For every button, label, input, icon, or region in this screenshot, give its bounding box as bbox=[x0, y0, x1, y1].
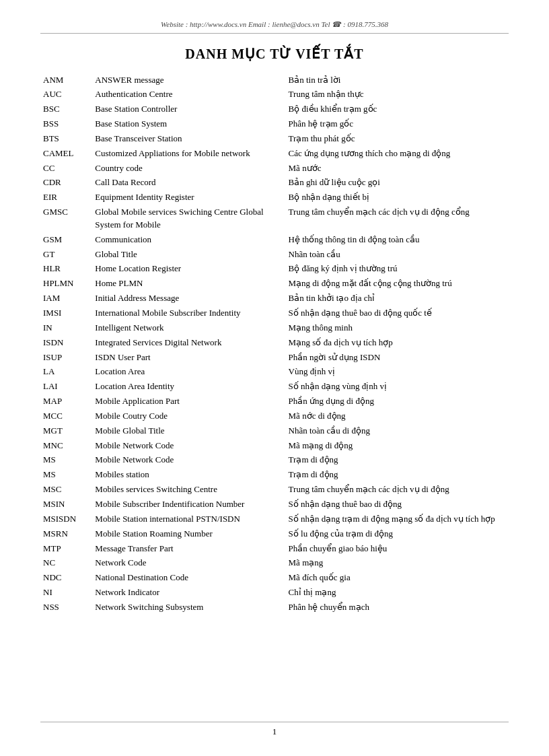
eng-cell: Base Station Controller bbox=[92, 102, 285, 117]
page-title: DANH MỤC TỪ VIẾT TẮT bbox=[40, 46, 509, 62]
abbr-cell: ISDN bbox=[40, 335, 92, 350]
eng-cell: Mobiles station bbox=[92, 468, 285, 483]
page: Website : http://www.docs.vn Email : lie… bbox=[0, 0, 549, 756]
eng-cell: Network Code bbox=[92, 556, 285, 571]
abbr-cell: MS bbox=[40, 468, 92, 483]
abbr-cell: GT bbox=[40, 247, 92, 262]
viet-cell: Mạng di động mặt đất cộng cộng thường tr… bbox=[286, 277, 509, 291]
table-row: EIREquipment Identity RegisterBộ nhận dạ… bbox=[40, 191, 509, 205]
eng-cell: ANSWER message bbox=[92, 73, 285, 88]
table-row: ISUPISDN User PartPhần ngời sử dụng ISDN bbox=[40, 350, 509, 365]
table-row: MNCMobile Network CodeMã mạng di động bbox=[40, 438, 509, 453]
viet-cell: Mã nớc di động bbox=[286, 409, 509, 423]
abbr-cell: MSRN bbox=[40, 526, 92, 541]
table-row: INIntelligent NetworkMạng thông minh bbox=[40, 320, 509, 335]
table-row: HLRHome Location RegisterBộ đăng ký định… bbox=[40, 262, 509, 277]
eng-cell: International Mobile Subscriber Indentit… bbox=[92, 306, 285, 321]
table-row: NINetwork IndicatorChỉ thị mạng bbox=[40, 586, 509, 600]
table-row: IMSIInternational Mobile Subscriber Inde… bbox=[40, 306, 509, 321]
abbr-cell: MSISDN bbox=[40, 512, 92, 526]
eng-cell: Mobile Station Roaming Number bbox=[92, 526, 285, 541]
eng-cell: Network Switching Subsystem bbox=[92, 600, 285, 615]
viet-cell: Mã nước bbox=[286, 161, 509, 176]
viet-cell: Phân hệ chuyển mạch bbox=[286, 600, 509, 615]
table-row: MSISDNMobile Station international PSTN/… bbox=[40, 512, 509, 526]
table-row: AUCAuthentication CentreTrung tâm nhận t… bbox=[40, 88, 509, 102]
eng-cell: Global Mobile services Swiching Centre G… bbox=[92, 205, 285, 233]
viet-cell: Nhãn toàn cầu bbox=[286, 247, 509, 262]
eng-cell: Country code bbox=[92, 161, 285, 176]
eng-cell: Communication bbox=[92, 232, 285, 247]
abbr-cell: BSC bbox=[40, 102, 92, 117]
eng-cell: Base Station System bbox=[92, 117, 285, 132]
abbr-cell: EIR bbox=[40, 191, 92, 205]
viet-cell: Số nhận dạng thuê bao di động bbox=[286, 497, 509, 512]
abbr-cell: MCC bbox=[40, 409, 92, 423]
abbr-cell: ANM bbox=[40, 73, 92, 88]
table-row: MCCMobile Coutry CodeMã nớc di động bbox=[40, 409, 509, 423]
abbr-cell: MSC bbox=[40, 483, 92, 497]
abbr-cell: NI bbox=[40, 586, 92, 600]
table-row: ISDNIntegrated Services Digital NetworkM… bbox=[40, 335, 509, 350]
viet-cell: Trạm di động bbox=[286, 453, 509, 468]
viet-cell: Phần ngời sử dụng ISDN bbox=[286, 350, 509, 365]
table-row: MSMobile Network CodeTrạm di động bbox=[40, 453, 509, 468]
eng-cell: Home Location Register bbox=[92, 262, 285, 277]
table-row: MSMobiles stationTrạm di động bbox=[40, 468, 509, 483]
viet-cell: Bộ nhận dạng thiết bị bbox=[286, 191, 509, 205]
eng-cell: Mobile Subscriber Indentification Number bbox=[92, 497, 285, 512]
abbr-cell: MAP bbox=[40, 394, 92, 409]
viet-cell: Mạng thông minh bbox=[286, 320, 509, 335]
abbr-cell: MNC bbox=[40, 438, 92, 453]
abbr-cell: NDC bbox=[40, 571, 92, 586]
viet-cell: Bản tin khởi tạo địa chỉ bbox=[286, 291, 509, 306]
abbr-cell: HLR bbox=[40, 262, 92, 277]
abbr-cell: MSIN bbox=[40, 497, 92, 512]
table-row: NCNetwork CodeMã mạng bbox=[40, 556, 509, 571]
table-row: ANMANSWER messageBản tin trả lời bbox=[40, 73, 509, 88]
viet-cell: Bản ghi dữ liệu cuộc gọi bbox=[286, 176, 509, 191]
abbr-cell: NSS bbox=[40, 600, 92, 615]
abbr-cell: CAMEL bbox=[40, 146, 92, 161]
table-row: LAILocation Area IdentitySố nhận dạng vù… bbox=[40, 380, 509, 394]
viet-cell: Trạm thu phát gốc bbox=[286, 131, 509, 146]
viet-cell: Số nhận dạng vùng định vị bbox=[286, 380, 509, 394]
viet-cell: Trung tâm chuyển mạch các dịch vụ di độn… bbox=[286, 483, 509, 497]
abbr-cell: MS bbox=[40, 453, 92, 468]
abbr-cell: AUC bbox=[40, 88, 92, 102]
viet-cell: Số nhận dạng trạm di động mạng số đa dịc… bbox=[286, 512, 509, 526]
viet-cell: Chỉ thị mạng bbox=[286, 586, 509, 600]
table-row: CAMELCustomized Appliations for Mobile n… bbox=[40, 146, 509, 161]
eng-cell: Mobile Application Part bbox=[92, 394, 285, 409]
table-row: BTSBase Transceiver StationTrạm thu phát… bbox=[40, 131, 509, 146]
viet-cell: Mã mạng bbox=[286, 556, 509, 571]
table-row: BSCBase Station ControllerBộ điều khiển … bbox=[40, 102, 509, 117]
abbr-cell: BSS bbox=[40, 117, 92, 132]
table-row: BSSBase Station SystemPhân hệ trạm gốc bbox=[40, 117, 509, 132]
viet-cell: Phần chuyển giao báo hiệu bbox=[286, 541, 509, 556]
viet-cell: Trung tâm chuyển mạch các dịch vụ di độn… bbox=[286, 205, 509, 233]
eng-cell: Mobile Coutry Code bbox=[92, 409, 285, 423]
table-row: GMSCGlobal Mobile services Swiching Cent… bbox=[40, 205, 509, 233]
eng-cell: National Destination Code bbox=[92, 571, 285, 586]
table-row: IAMInitial Address MessageBản tin khởi t… bbox=[40, 291, 509, 306]
abbr-cell: LA bbox=[40, 365, 92, 380]
table-row: GSMCommunicationHệ thống thông tin di độ… bbox=[40, 232, 509, 247]
abbr-cell: CDR bbox=[40, 176, 92, 191]
abbr-cell: GSM bbox=[40, 232, 92, 247]
table-row: MGTMobile Global TitleNhãn toàn cầu di đ… bbox=[40, 423, 509, 438]
page-footer: 1 bbox=[40, 722, 509, 737]
viet-cell: Bản tin trả lời bbox=[286, 73, 509, 88]
eng-cell: ISDN User Part bbox=[92, 350, 285, 365]
eng-cell: Authentication Centre bbox=[92, 88, 285, 102]
abbr-cell: MGT bbox=[40, 423, 92, 438]
abbr-cell: IAM bbox=[40, 291, 92, 306]
table-row: NSSNetwork Switching SubsystemPhân hệ ch… bbox=[40, 600, 509, 615]
abbreviations-table: ANMANSWER messageBản tin trả lờiAUCAuthe… bbox=[40, 73, 509, 615]
table-row: CDRCall Data RecordBản ghi dữ liệu cuộc … bbox=[40, 176, 509, 191]
eng-cell: Equipment Identity Register bbox=[92, 191, 285, 205]
abbr-cell: LAI bbox=[40, 380, 92, 394]
eng-cell: Intelligent Network bbox=[92, 320, 285, 335]
page-header: Website : http://www.docs.vn Email : lie… bbox=[40, 20, 509, 34]
eng-cell: Mobile Global Title bbox=[92, 423, 285, 438]
